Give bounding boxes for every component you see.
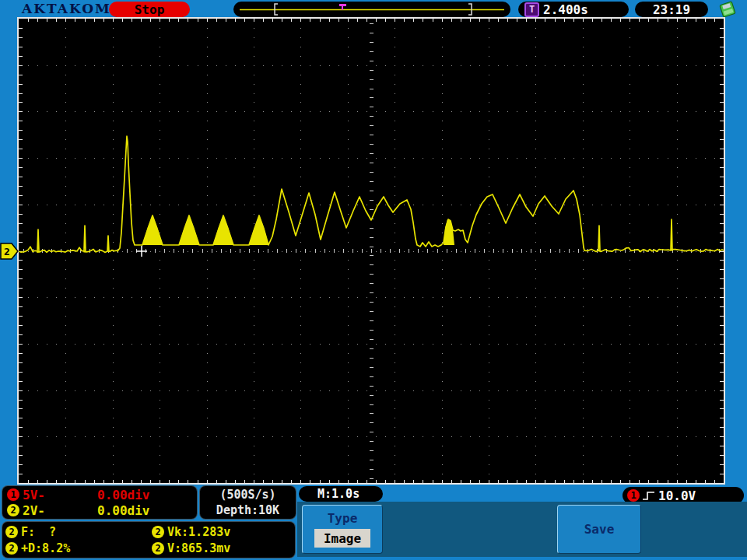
- clock-value: 23:19: [653, 2, 690, 17]
- waveform-graphic: [19, 19, 724, 483]
- trigger-time-badge: T 2.400s: [518, 2, 629, 17]
- timebase-badge: M:1.0s: [299, 486, 383, 502]
- brand-logo: AKTAKOM: [22, 1, 111, 16]
- type-button[interactable]: Type Image: [302, 505, 383, 554]
- measurement-value: V:865.3mv: [167, 541, 230, 555]
- measurement-channel-badge: 2: [5, 542, 18, 555]
- clock-badge: 23:19: [635, 2, 708, 17]
- run-state-badge: Stop: [109, 2, 190, 17]
- channel1-offset: 0.00div: [97, 488, 149, 502]
- trigger-source-badge: 1: [627, 489, 640, 502]
- channel1-scale: 5V-: [23, 488, 68, 502]
- measurement-duty: 2 +D:8.2%: [5, 540, 152, 556]
- trigger-level-value: 10.0V: [658, 488, 696, 503]
- measurement-voltage: 2 V:865.3mv: [152, 540, 292, 556]
- scope-display: [17, 17, 725, 485]
- rising-edge-icon: [642, 489, 656, 502]
- record-position-bar: [233, 2, 510, 17]
- save-button[interactable]: Save: [557, 505, 641, 554]
- measurement-channel-badge: 2: [5, 526, 18, 538]
- measurement-frequency: 2 F: ?: [5, 523, 152, 540]
- channel2-offset: 0.00div: [97, 503, 149, 518]
- channel1-number-badge: 1: [7, 488, 19, 501]
- timebase-value: M:1.0s: [317, 487, 359, 501]
- acquisition-info-box: (500S/s) Depth:10K: [199, 485, 296, 520]
- channel2-settings-row: 2 2V- 0.00div: [7, 502, 192, 518]
- measurement-channel-badge: 2: [152, 526, 164, 538]
- type-button-label: Type: [303, 511, 382, 526]
- channel-settings-box: 1 5V- 0.00div 2 2V- 0.00div: [2, 485, 198, 520]
- trigger-time-value: 2.400s: [543, 2, 588, 17]
- measurement-vk: 2 Vk:1.283v: [152, 523, 292, 540]
- run-state-label: Stop: [135, 2, 165, 17]
- measurements-box: 2 F: ? 2 Vk:1.283v 2 +D:8.2% 2 V:865.3mv: [2, 521, 296, 558]
- record-position-graphic: [233, 2, 510, 17]
- sample-rate-value: (500S/s): [219, 488, 275, 502]
- save-button-label: Save: [584, 522, 615, 537]
- channel2-scale: 2V-: [23, 503, 68, 518]
- measurement-channel-badge: 2: [152, 542, 164, 555]
- channel1-settings-row: 1 5V- 0.00div: [7, 487, 192, 502]
- channel2-marker-label: 2: [4, 246, 10, 257]
- type-selected-value[interactable]: Image: [314, 529, 370, 548]
- measurement-value: +D:8.2%: [21, 541, 70, 555]
- measurement-value: Vk:1.283v: [167, 525, 230, 539]
- trigger-t-icon: T: [524, 2, 539, 17]
- memory-depth-value: Depth:10K: [216, 503, 279, 517]
- measurement-value: F: ?: [21, 525, 56, 539]
- channel2-position-marker: 2: [0, 243, 19, 264]
- channel2-number-badge: 2: [7, 504, 19, 516]
